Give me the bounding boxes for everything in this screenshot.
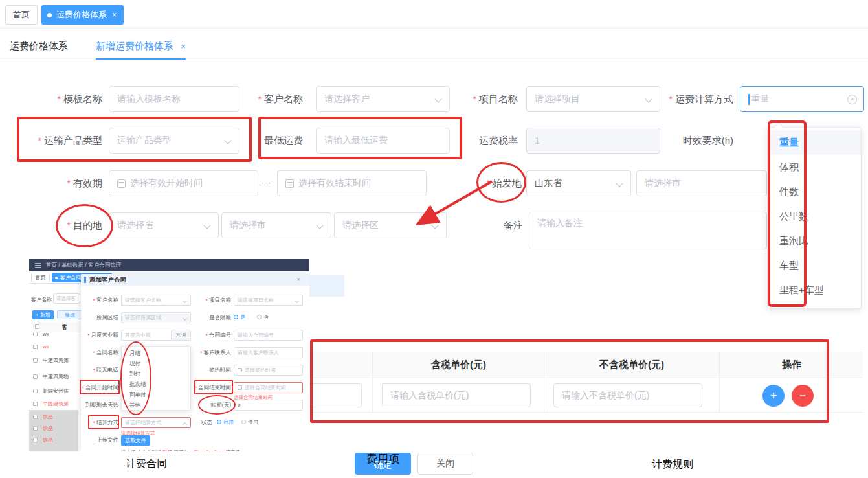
- date-range-separator: ---: [262, 178, 271, 187]
- calc-method-input[interactable]: 重量 ✕: [740, 86, 864, 112]
- customer-name-label: 客户名称: [249, 86, 303, 112]
- annotation-rect-end-time: [194, 380, 233, 394]
- contract-customer-select[interactable]: 请选择客户名称: [121, 295, 191, 306]
- monthly-revenue-unit: 万/月: [172, 330, 191, 341]
- status-radio-disabled[interactable]: 停用: [241, 418, 258, 426]
- tab-close-icon[interactable]: ×: [181, 41, 186, 51]
- quota-radio-no[interactable]: 否: [257, 313, 269, 321]
- tab-new-freight-price[interactable]: 新增运费价格体系 ×: [96, 40, 186, 52]
- inset-filter-label: 客户名称: [31, 296, 52, 303]
- hamburger-icon[interactable]: [35, 263, 41, 268]
- customer-name-select[interactable]: 请选择客户: [316, 86, 450, 112]
- remark-textarea[interactable]: 请输入备注: [529, 212, 767, 249]
- template-name-input[interactable]: 请输入模板名称: [109, 86, 239, 112]
- checkbox-icon[interactable]: [35, 324, 39, 329]
- inset-filter-input[interactable]: 请选择客: [53, 293, 80, 304]
- time-req-label: 时效要求(h): [659, 128, 733, 154]
- text-caret: [748, 94, 750, 105]
- annotation-rect-dropdown: [768, 120, 807, 307]
- table-row[interactable]: 饮品: [33, 413, 53, 420]
- inset-dialog-add-contract: 添加客户合同 × 客户名称 请选择客户名称 项目名称 请选择项目名称 所属区域 …: [81, 274, 309, 451]
- calendar-icon: [238, 385, 242, 390]
- active-dot-icon: [47, 13, 52, 17]
- table-row[interactable]: 饮品: [33, 437, 53, 444]
- contract-no-label: 合同编号: [192, 330, 231, 341]
- table-row[interactable]: wx: [33, 344, 49, 350]
- table-row[interactable]: wx: [33, 331, 49, 337]
- origin-province-select[interactable]: 山东省: [526, 170, 631, 196]
- contract-customer-label: 客户名称: [78, 295, 118, 306]
- inset-add-button[interactable]: + 新增: [32, 310, 54, 319]
- calendar-icon: [285, 179, 294, 188]
- annotation-arrow: [388, 168, 518, 233]
- dialog-close-icon[interactable]: ×: [296, 276, 300, 283]
- origin-city-input[interactable]: 请选择市: [636, 170, 767, 196]
- checkbox-icon[interactable]: [33, 345, 38, 349]
- radio-off-icon: [257, 315, 262, 319]
- contact-input[interactable]: 请输入客户联系人: [234, 347, 303, 358]
- active-dot-icon: [55, 277, 58, 279]
- radio-off-icon: [241, 420, 246, 424]
- checkbox-icon[interactable]: [33, 438, 38, 442]
- chevron-down-icon: [645, 95, 652, 102]
- chevron-down-icon: [616, 179, 623, 187]
- inset-navbar: 首页 / 基础数据 / 客户合同管理: [29, 259, 309, 271]
- note-billing-contract: 计费合同: [126, 457, 167, 471]
- validity-start-datepicker[interactable]: 选择有效开始时间: [109, 170, 258, 196]
- chevron-down-icon: [295, 299, 299, 303]
- tag-close-icon[interactable]: ×: [112, 10, 117, 19]
- inset-tag-home[interactable]: 首页: [31, 273, 50, 282]
- checkbox-icon[interactable]: [33, 389, 38, 393]
- table-row[interactable]: 中国建筑第: [33, 400, 69, 407]
- status-radio-enabled[interactable]: 启用: [217, 418, 234, 426]
- chevron-down-icon: [434, 95, 441, 102]
- checkbox-icon[interactable]: [33, 426, 38, 431]
- destination-city-select[interactable]: 请选择市: [221, 212, 331, 238]
- quota-label: 是否限额: [192, 312, 231, 323]
- inset-screenshot-customer-contract: 首页 / 基础数据 / 客户合同管理 首页 客户合同管理 客户名称 请选择客 +…: [29, 259, 309, 451]
- chevron-down-icon: [183, 316, 187, 321]
- table-row[interactable]: 中建四局第: [33, 357, 69, 364]
- upload-hint: 请上传 大小不超过 5MB 格式为 pdf/png/jpg/jpeg 的文件: [121, 449, 240, 451]
- sign-time-datepicker[interactable]: 选择签约时间: [234, 365, 303, 376]
- quota-radio-yes[interactable]: 是: [234, 313, 245, 321]
- contract-project-label: 项目名称: [192, 295, 231, 306]
- table-row[interactable]: 中建四局物: [33, 373, 69, 380]
- table-row[interactable]: 新疆安州供: [33, 387, 69, 394]
- project-name-select[interactable]: 请选择项目: [526, 86, 660, 112]
- tag-active-freight-price[interactable]: 运费价格体系 ×: [41, 5, 124, 25]
- status-label: 状态: [178, 417, 212, 428]
- annotation-rect-settlement: [88, 415, 119, 429]
- upload-button[interactable]: 选取文件: [121, 435, 150, 446]
- clear-circle-icon[interactable]: ✕: [847, 95, 857, 104]
- chevron-down-icon: [183, 299, 187, 303]
- tabs-divider: [0, 60, 868, 60]
- table-row[interactable]: 饮品: [33, 425, 53, 432]
- tag-home[interactable]: 首页: [5, 5, 38, 25]
- end-time-datepicker[interactable]: 选择合同结束时间: [234, 382, 303, 393]
- close-button[interactable]: 关闭: [417, 453, 473, 475]
- phone-label: 联系电话: [78, 365, 118, 376]
- account-period-input[interactable]: 0: [234, 400, 303, 411]
- remaining-days-label: 到期剩余天数: [77, 400, 118, 411]
- monthly-revenue-label: 月度营业额: [77, 330, 118, 341]
- checkbox-icon[interactable]: [33, 402, 38, 406]
- calendar-icon: [117, 179, 126, 188]
- tab-freight-price-list[interactable]: 运费价格体系: [10, 40, 68, 52]
- inset-breadcrumb: 首页 / 基础数据 / 客户合同管理: [46, 262, 121, 269]
- calendar-icon: [238, 368, 242, 372]
- contract-project-select[interactable]: 请选择项目名称: [234, 295, 303, 306]
- checkbox-icon[interactable]: [33, 374, 38, 379]
- radio-on-icon: [234, 315, 238, 319]
- checkbox-icon[interactable]: [33, 332, 38, 336]
- annotation-rect-product-type: [17, 117, 252, 162]
- contract-no-input[interactable]: 请输入合同编号: [234, 330, 303, 341]
- contract-name-label: 合同名称: [78, 347, 118, 358]
- checkbox-icon[interactable]: [33, 415, 38, 419]
- monthly-revenue-input[interactable]: 月度营业额: [121, 330, 172, 341]
- annotation-circle-account-period: [198, 395, 236, 415]
- dialog-header: 添加客户合同 ×: [81, 274, 309, 286]
- radio-on-icon: [217, 420, 221, 424]
- checkbox-icon[interactable]: [33, 358, 38, 363]
- destination-province-select[interactable]: 请选择省: [109, 212, 219, 238]
